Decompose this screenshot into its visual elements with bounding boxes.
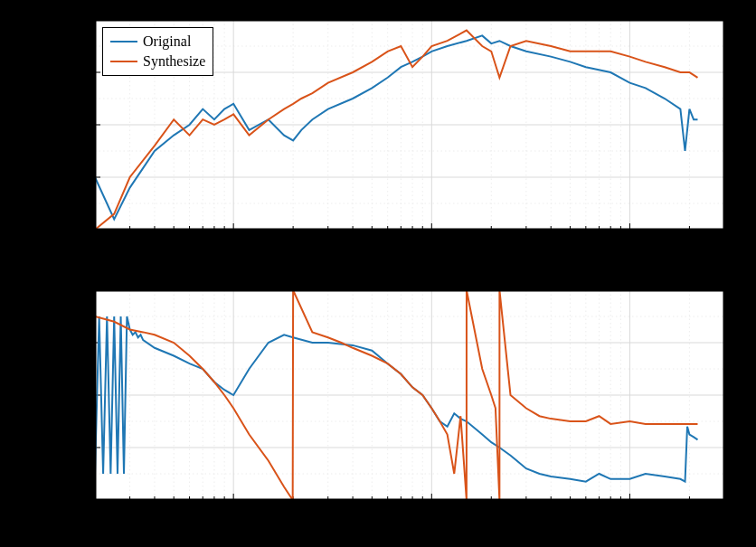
ylabel-magnitude: Magnitude [dB] <box>59 80 77 188</box>
legend-item-synthesize: Synthesize <box>110 52 205 71</box>
xtick-label: 104 <box>620 230 639 252</box>
ytick-label: -30 <box>71 222 95 238</box>
legend-label: Original <box>143 33 191 50</box>
grid-major <box>95 290 724 500</box>
ytick-label: 4 <box>83 283 96 298</box>
xtick-label: 104 <box>620 500 639 523</box>
ytick-label: -4 <box>79 493 96 508</box>
ytick-label: -2 <box>79 440 96 456</box>
xtick-label: 102 <box>224 500 243 523</box>
ytick-label: 0 <box>83 65 96 80</box>
ytick-label: 2 <box>83 335 96 351</box>
legend-line-icon <box>110 61 137 62</box>
phase-chart: 102103104-4-2024 <box>95 290 724 500</box>
series-original <box>95 316 697 482</box>
legend: Original Synthesize <box>102 27 213 76</box>
ytick-label: 10 <box>76 13 95 28</box>
legend-line-icon <box>110 41 137 42</box>
xlabel-bottom: Frequency [Hz] <box>344 521 440 539</box>
xtick-label: 102 <box>224 230 243 252</box>
phase-plot-svg <box>95 290 724 500</box>
ylabel-phase: Phase [rad] <box>59 349 77 457</box>
legend-label: Synthesize <box>143 53 205 70</box>
xtick-label: 103 <box>422 500 441 523</box>
ytick-label: 0 <box>83 388 96 403</box>
xlabel-top: Frequency [Hz] <box>344 250 440 269</box>
xtick-label: 103 <box>422 230 441 252</box>
magnitude-chart: Original Synthesize 102103104-30-20-1001… <box>95 20 724 230</box>
legend-item-original: Original <box>110 32 205 52</box>
